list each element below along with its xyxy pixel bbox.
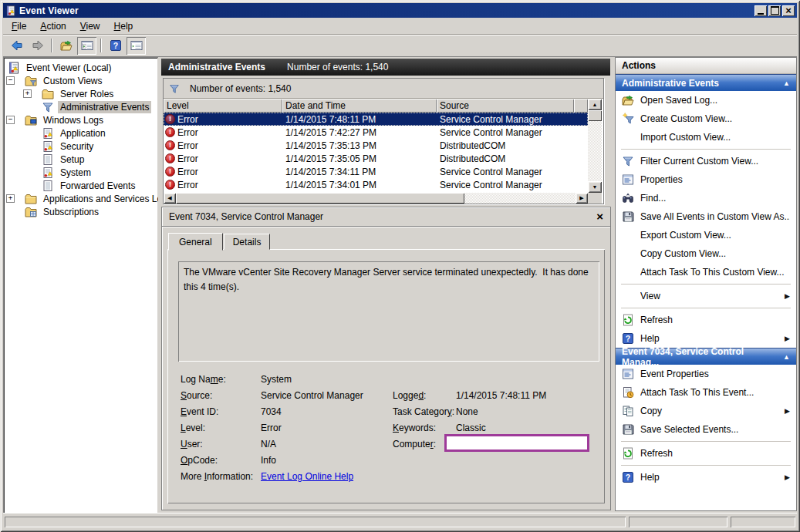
- expand-icon[interactable]: +: [23, 89, 32, 98]
- preview-close-icon[interactable]: ×: [596, 211, 603, 222]
- action-refresh[interactable]: Refresh: [616, 311, 796, 329]
- action-label: Copy: [640, 406, 778, 416]
- menu-file[interactable]: File: [5, 19, 33, 33]
- horizontal-scrollbar[interactable]: ◀ ▶: [164, 193, 588, 204]
- collapse-icon[interactable]: −: [6, 116, 15, 124]
- table-row[interactable]: !Error1/14/2015 7:48:11 PMService Contro…: [164, 113, 588, 126]
- tree-item-administrative-events[interactable]: Administrative Events: [3, 100, 158, 113]
- action-save-all-events-in-custom-view-as[interactable]: Save All Events in Custom View As...: [616, 207, 796, 226]
- action-save-selected-events[interactable]: Save Selected Events...: [616, 420, 796, 439]
- event-tabs: GeneralDetails: [168, 233, 271, 250]
- action-properties[interactable]: Properties: [616, 170, 796, 189]
- vertical-scroll-track[interactable]: [588, 121, 602, 181]
- action-find[interactable]: Find...: [616, 189, 796, 207]
- filter-summary-bar: Number of events: 1,540: [164, 79, 603, 99]
- tree-item-application[interactable]: Application: [3, 126, 158, 140]
- tree-item-setup[interactable]: Setup: [3, 153, 158, 166]
- level-text: Error: [177, 180, 198, 190]
- table-row[interactable]: !Error1/14/2015 7:35:13 PMDistributedCOM: [164, 139, 588, 152]
- help-icon: [622, 332, 634, 345]
- column-header-source[interactable]: Source: [437, 99, 574, 113]
- tree-item-windows-logs[interactable]: −Windows Logs: [3, 113, 158, 126]
- toolbar-folder-open-arrow-button[interactable]: [56, 37, 76, 55]
- titlebar[interactable]: Event Viewer ×: [3, 3, 797, 18]
- horizontal-scroll-track[interactable]: [464, 193, 576, 204]
- toolbar-forward-button[interactable]: [28, 37, 47, 55]
- close-button[interactable]: ×: [782, 5, 795, 16]
- maximize-button[interactable]: [768, 5, 781, 16]
- table-row[interactable]: !Error1/14/2015 7:34:01 PMService Contro…: [164, 178, 588, 191]
- action-import-custom-view[interactable]: Import Custom View...: [616, 128, 796, 146]
- action-event-properties[interactable]: Event Properties: [616, 365, 796, 383]
- action-copy[interactable]: Copy▶: [616, 402, 796, 420]
- toolbar-back-button[interactable]: [7, 37, 26, 55]
- tab-general[interactable]: General: [168, 233, 223, 251]
- action-create-custom-view[interactable]: Create Custom View...: [616, 109, 796, 128]
- tree-item-subscriptions[interactable]: Subscriptions: [3, 205, 158, 218]
- collapse-arrow-icon[interactable]: ▲: [783, 353, 790, 361]
- menu-view[interactable]: View: [73, 19, 107, 33]
- actions-separator: [621, 308, 791, 308]
- scroll-left-button[interactable]: ◀: [164, 193, 176, 204]
- event-log-online-help-link[interactable]: Event Log Online Help: [261, 471, 353, 482]
- action-attach-task-to-this-event[interactable]: Attach Task To This Event...: [616, 383, 796, 402]
- table-row[interactable]: !Error1/14/2015 7:34:11 PMService Contro…: [164, 165, 588, 178]
- action-filter-current-custom-view[interactable]: Filter Current Custom View...: [616, 152, 796, 170]
- action-refresh[interactable]: Refresh: [616, 444, 796, 463]
- column-header-date-and-time[interactable]: Date and Time: [282, 99, 437, 113]
- toolbar-console-button[interactable]: [77, 37, 96, 55]
- level-cell: !Error: [164, 167, 282, 177]
- table-row[interactable]: !Error1/14/2015 7:42:27 PMService Contro…: [164, 126, 588, 139]
- actions-section-administrative-events[interactable]: Administrative Events▲: [616, 74, 796, 91]
- action-help[interactable]: Help▶: [616, 468, 796, 487]
- tree-item-applications-and-services-logs[interactable]: +Applications and Services Logs: [3, 192, 158, 205]
- submenu-arrow-icon: ▶: [785, 292, 790, 300]
- collapse-arrow-icon[interactable]: ▲: [783, 79, 790, 87]
- action-label: Refresh: [640, 448, 790, 459]
- action-open-saved-log[interactable]: Open Saved Log...: [616, 91, 796, 109]
- action-label: Copy Custom View...: [640, 248, 790, 259]
- menu-action[interactable]: Action: [33, 19, 73, 33]
- source-cell: Service Control Manager: [437, 114, 574, 125]
- action-help[interactable]: Help▶: [616, 329, 796, 348]
- action-attach-task-to-this-custom-view[interactable]: Attach Task To This Custom View...: [616, 263, 796, 281]
- menu-help[interactable]: Help: [107, 19, 140, 33]
- expand-icon[interactable]: +: [6, 194, 15, 203]
- column-header-level[interactable]: Level: [164, 99, 282, 113]
- actions-section-event-7034-service-control-manag[interactable]: Event 7034, Service Control Manag...▲: [616, 348, 796, 365]
- vertical-scrollbar[interactable]: ▲ ▼: [588, 99, 602, 193]
- back-icon: [11, 39, 23, 52]
- tree-item-security[interactable]: Security: [3, 140, 158, 153]
- field-label: Computer:: [393, 439, 436, 450]
- event-preview-pane: Event 7034, Service Control Manager × Ge…: [161, 207, 611, 510]
- scroll-down-button[interactable]: ▼: [588, 181, 602, 193]
- tree-item-custom-views[interactable]: −Custom Views: [3, 74, 158, 87]
- tree-item-forwarded-events[interactable]: Forwarded Events: [3, 179, 158, 192]
- tab-details[interactable]: Details: [224, 234, 271, 250]
- tree-item-system[interactable]: System: [3, 166, 158, 179]
- event-viewer-app-icon: [5, 5, 16, 16]
- field-label: User:: [181, 439, 203, 450]
- scrollbar-corner: [588, 193, 602, 204]
- minimize-button[interactable]: [754, 5, 767, 16]
- field-value: Error: [261, 423, 282, 433]
- field-label: Task Category:: [393, 406, 454, 417]
- action-export-custom-view[interactable]: Export Custom View...: [616, 226, 796, 244]
- computer-field-highlight[interactable]: [444, 434, 589, 452]
- scroll-up-button[interactable]: ▲: [588, 99, 602, 110]
- page-warn-icon: [42, 167, 54, 179]
- horizontal-scroll-thumb[interactable]: [176, 193, 464, 204]
- tree-item-server-roles[interactable]: +Server Roles: [3, 87, 158, 100]
- folder-filter-icon: [25, 75, 37, 87]
- tree-item-event-viewer-local[interactable]: Event Viewer (Local): [3, 61, 158, 74]
- action-copy-custom-view[interactable]: Copy Custom View...: [616, 244, 796, 263]
- toolbar-console2-button[interactable]: [127, 37, 146, 55]
- collapse-icon[interactable]: −: [6, 76, 15, 85]
- vertical-scroll-thumb[interactable]: [588, 110, 602, 121]
- help-icon: [622, 471, 634, 483]
- table-row[interactable]: !Error1/14/2015 7:35:05 PMDistributedCOM: [164, 152, 588, 165]
- field-label: Source:: [181, 390, 212, 401]
- toolbar-help-button[interactable]: [106, 37, 125, 55]
- action-view[interactable]: View▶: [616, 287, 796, 305]
- scroll-right-button[interactable]: ▶: [576, 193, 588, 204]
